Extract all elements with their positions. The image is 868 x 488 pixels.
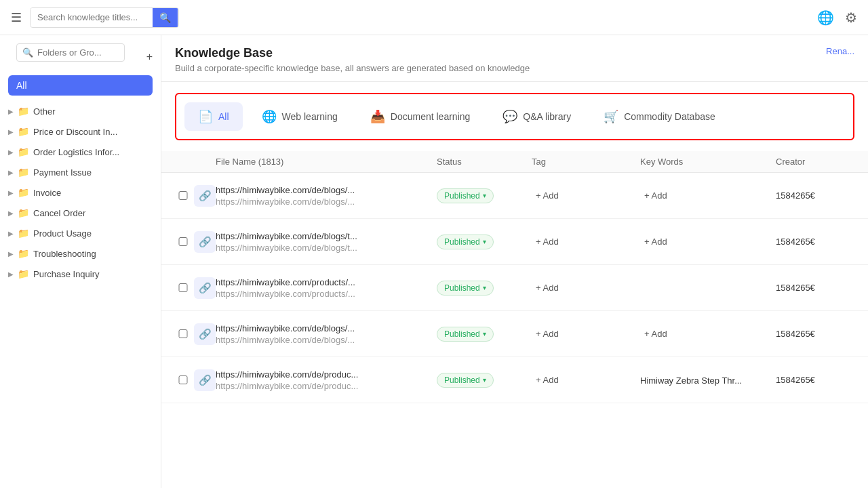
url-secondary: https://himiwaybike.com/products/... [216,289,437,299]
header-keywords: Key Words [640,157,776,167]
sidebar-item-order-logistics[interactable]: ▶ 📁 Order Logistics Infor... [0,142,161,162]
row-checkbox[interactable] [172,237,194,246]
keywords-cell: + Add [640,327,776,340]
sidebar-item-label: Order Logistics Infor... [33,147,119,157]
sidebar-item-product-usage[interactable]: ▶ 📁 Product Usage [0,223,161,243]
status-cell: Published ▾ [437,327,532,342]
rename-button[interactable]: Rena... [826,46,854,56]
table-row: 🔗 https://himiwaybike.com/de/produc... h… [161,357,868,403]
sidebar-item-troubleshooting[interactable]: ▶ 📁 Troubleshooting [0,243,161,264]
status-badge[interactable]: Published ▾ [437,281,494,296]
status-badge[interactable]: Published ▾ [437,188,494,203]
header-right: 🌐 ⚙ [817,9,857,26]
sidebar-item-invoice[interactable]: ▶ 📁 Invoice [0,182,161,203]
tab-label: All [218,111,229,122]
status-badge[interactable]: Published ▾ [437,235,494,249]
link-icon-wrap: 🔗 [194,369,216,391]
row-checkbox[interactable] [172,375,194,384]
search-button[interactable]: 🔍 [153,8,178,27]
keywords-add-button[interactable]: + Add [640,327,671,340]
header: ☰ 🔍 🌐 ⚙ [0,0,868,35]
folder-icon: 📁 [18,106,29,117]
cell-urls: https://himiwaybike.com/products/... htt… [216,277,437,299]
chevron-right-icon: ▶ [8,189,14,197]
sidebar-search: 🔍 [16,43,125,62]
table-row: 🔗 https://himiwaybike.com/de/blogs/... h… [161,173,868,219]
row-checkbox[interactable] [172,191,194,200]
folder-icon: 📁 [18,126,29,137]
table-row: 🔗 https://himiwaybike.com/de/blogs/t... … [161,219,868,265]
keywords-cell: + Add [640,235,776,248]
link-icon-wrap: 🔗 [194,277,216,299]
tab-all[interactable]: 📄 All [184,102,243,131]
url-primary: https://himiwaybike.com/products/... [216,277,437,287]
tag-cell: + Add [532,281,640,294]
status-text: Published [444,237,480,247]
search-input[interactable] [31,8,153,26]
table-row: 🔗 https://himiwaybike.com/de/blogs/... h… [161,311,868,357]
folder-icon: 📁 [18,146,29,157]
sidebar-item-price[interactable]: ▶ 📁 Price or Discount In... [0,121,161,142]
keywords-cell: + Add [640,189,776,202]
folder-icon: 📁 [18,248,29,259]
header-creator: Creator [776,157,857,167]
kb-header: Knowledge Base Build a corporate-specifi… [161,35,868,82]
keywords-add-button[interactable]: + Add [640,235,671,248]
link-icon-wrap: 🔗 [194,231,216,253]
tag-add-button[interactable]: + Add [532,373,563,386]
status-badge[interactable]: Published ▾ [437,373,494,388]
sidebar-search-input[interactable] [37,47,119,58]
globe-icon: 🌐 [262,109,277,124]
status-text: Published [444,283,480,293]
status-cell: Published ▾ [437,188,532,203]
tag-cell: + Add [532,327,640,340]
url-secondary: https://himiwaybike.com/de/blogs/... [216,197,437,207]
header-filename: File Name (1813) [216,157,437,167]
sidebar-add-button[interactable]: + [146,51,153,63]
keywords-add-button[interactable]: + Add [640,189,671,202]
folder-icon: 📁 [18,228,29,239]
sidebar-item-other[interactable]: ▶ 📁 Other [0,101,161,121]
url-primary: https://himiwaybike.com/de/produc... [216,369,437,380]
cell-urls: https://himiwaybike.com/de/blogs/t... ht… [216,231,437,253]
header-left: ☰ 🔍 [11,7,179,28]
sidebar-item-label: Cancel Order [33,208,85,218]
tag-add-button[interactable]: + Add [532,235,563,248]
tag-add-button[interactable]: + Add [532,189,563,202]
sidebar-search-icon: 🔍 [22,47,33,58]
document-icon: 📄 [198,109,213,124]
row-checkbox[interactable] [172,283,194,292]
tab-label: Q&A library [523,111,571,122]
tab-document-learning[interactable]: 📥 Document learning [357,102,484,131]
shop-icon: 🛒 [604,109,618,124]
sidebar-all-button[interactable]: All [8,75,153,96]
download-icon: 📥 [370,109,385,124]
settings-icon[interactable]: ⚙ [845,9,857,26]
creator-id: 1584265€ [776,190,857,201]
chevron-down-icon: ▾ [483,238,486,245]
sidebar-item-label: Troubleshooting [33,249,96,259]
tabs-section: 📄 All 🌐 Web learning 📥 Document learning… [175,93,854,140]
tag-add-button[interactable]: + Add [532,327,563,340]
chat-icon: 💬 [502,109,517,124]
tag-cell: + Add [532,235,640,248]
sidebar-item-cancel-order[interactable]: ▶ 📁 Cancel Order [0,203,161,223]
folder-icon: 📁 [18,268,29,279]
tab-commodity-database[interactable]: 🛒 Commodity Database [590,102,729,131]
tab-qa-library[interactable]: 💬 Q&A library [489,102,585,131]
tab-label: Commodity Database [624,111,715,122]
header-status: Status [437,157,532,167]
status-badge[interactable]: Published ▾ [437,327,494,342]
globe-icon[interactable]: 🌐 [817,9,834,26]
tab-web-learning[interactable]: 🌐 Web learning [248,102,351,131]
tag-add-button[interactable]: + Add [532,281,563,294]
sidebar-item-purchase-inquiry[interactable]: ▶ 📁 Purchase Inquiry [0,264,161,284]
row-checkbox[interactable] [172,329,194,338]
tab-label: Web learning [282,111,338,122]
keywords-text: Himiway Zebra Step Thr... [640,375,742,386]
chevron-right-icon: ▶ [8,148,14,156]
tag-cell: + Add [532,373,640,386]
hamburger-icon[interactable]: ☰ [11,10,22,25]
tag-cell: + Add [532,189,640,202]
sidebar-item-payment[interactable]: ▶ 📁 Payment Issue [0,162,161,182]
